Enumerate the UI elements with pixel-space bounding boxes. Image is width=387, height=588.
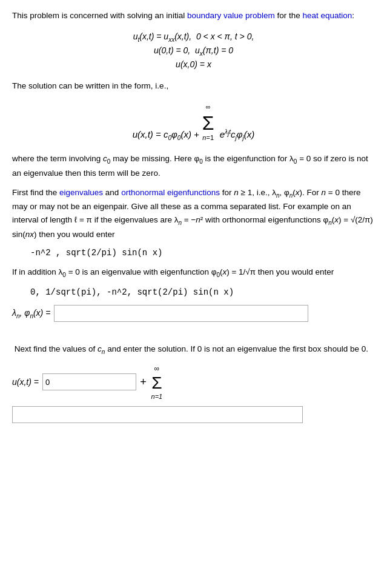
bottom-expression-input[interactable] (12, 406, 303, 423)
lambda-input-row: λn, φn(x) = (12, 305, 375, 322)
solution-formula: u(x,t) = c0φ0(x) + ∞ Σ n=1 eλjtcjφj(x) (12, 102, 375, 142)
plus-sign: + (140, 374, 147, 390)
u-first-input[interactable] (42, 373, 136, 390)
if-addition-paragraph: If in addition λ0 = 0 is an eigenvalue w… (12, 266, 375, 280)
next-find-paragraph: Next find the values of cn and enter the… (12, 342, 375, 357)
solution-intro: The solution can be written in the form,… (12, 79, 375, 93)
where-text: where the term involving c0 may be missi… (12, 152, 375, 179)
sum-notation: ∞ Σ n=1 (151, 363, 163, 402)
pde-block: ut(x,t) = uxx(x,t), 0 < x < π, t > 0, u(… (12, 30, 375, 71)
intro-paragraph: This problem is concerned with solving a… (12, 10, 375, 22)
lambda-label: λn, φn(x) = (12, 307, 50, 321)
code-example-1: -n^2 , sqrt(2/pi) sin(n x) (30, 247, 375, 259)
code-example-2: 0, 1/sqrt(pi), -n^2, sqrt(2/pi) sin(n x) (30, 286, 375, 299)
u-equation-row: u(x,t) = + ∞ Σ n=1 (12, 363, 375, 402)
lambda-phi-input[interactable] (54, 305, 308, 322)
first-find-paragraph: First find the eigenvalues and orthonorm… (12, 186, 375, 241)
bottom-input-row (12, 406, 375, 423)
u-label: u(x,t) = (12, 376, 39, 389)
